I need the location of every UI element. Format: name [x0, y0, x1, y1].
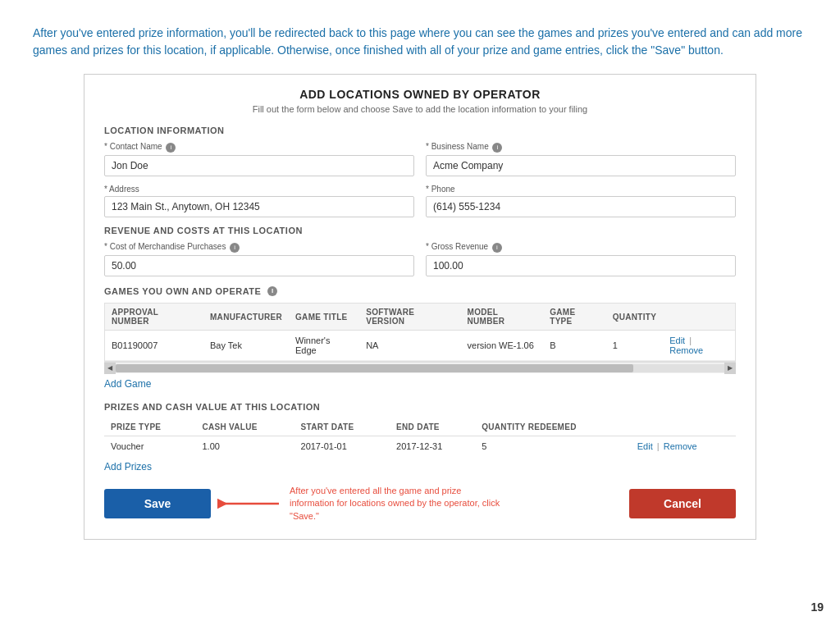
cell-model-number: version WE-1.06: [461, 331, 544, 361]
prizes-table: PRIZE TYPE CASH VALUE START DATE END DAT…: [104, 418, 736, 456]
scroll-left-arrow[interactable]: ◀: [104, 363, 116, 374]
cancel-button[interactable]: Cancel: [629, 489, 736, 518]
gross-revenue-input[interactable]: [426, 255, 736, 276]
business-name-input[interactable]: [426, 155, 736, 176]
business-name-info-icon[interactable]: i: [492, 143, 502, 153]
cell-manufacturer: Bay Tek: [203, 331, 289, 361]
cost-revenue-row: * Cost of Merchandise Purchases i * Gros…: [104, 242, 736, 276]
save-button[interactable]: Save: [104, 489, 211, 518]
col-quantity-redeemed: QUANTITY REDEEMED: [475, 418, 631, 436]
games-info-icon[interactable]: i: [267, 286, 277, 296]
col-end-date: END DATE: [390, 418, 475, 436]
col-approval-number: APPROVAL NUMBER: [105, 304, 203, 331]
col-cash-value: CASH VALUE: [196, 418, 294, 436]
address-label: * Address: [104, 185, 414, 194]
col-game-title: GAME TITLE: [289, 304, 359, 331]
cell-quantity: 1: [606, 331, 664, 361]
page-container: After you've entered prize information, …: [0, 0, 840, 630]
games-table-container: APPROVAL NUMBER MANUFACTURER GAME TITLE …: [104, 303, 736, 362]
form-title: ADD LOCATIONS OWNED BY OPERATOR: [104, 88, 736, 101]
prizes-table-header: PRIZE TYPE CASH VALUE START DATE END DAT…: [104, 418, 736, 436]
games-table: APPROVAL NUMBER MANUFACTURER GAME TITLE …: [105, 304, 735, 361]
contact-name-label: * Contact Name i: [104, 142, 414, 153]
col-actions-games: [663, 304, 735, 331]
scroll-right-arrow[interactable]: ▶: [724, 363, 736, 374]
cell-game-actions: Edit | Remove: [663, 331, 735, 361]
form-subtitle: Fill out the form below and choose Save …: [104, 104, 736, 114]
col-quantity: QUANTITY: [606, 304, 664, 331]
table-row: B01190007 Bay Tek Winner's Edge NA versi…: [105, 331, 735, 361]
cell-software-version: NA: [359, 331, 460, 361]
form-wrapper: ADD LOCATIONS OWNED BY OPERATOR Fill out…: [84, 74, 756, 540]
phone-label: * Phone: [426, 185, 736, 194]
games-table-header: APPROVAL NUMBER MANUFACTURER GAME TITLE …: [105, 304, 735, 331]
col-manufacturer: MANUFACTURER: [203, 304, 289, 331]
page-number: 19: [810, 600, 824, 614]
cell-game-title: Winner's Edge: [289, 331, 359, 361]
col-software-version: SOFTWARE VERSION: [359, 304, 460, 331]
intro-text: After you've entered prize information, …: [33, 25, 807, 59]
contact-name-group: * Contact Name i: [104, 142, 414, 176]
location-info-label: LOCATION INFORMATION: [104, 126, 736, 135]
col-prize-actions: [631, 418, 736, 436]
prizes-section: PRIZES AND CASH VALUE AT THIS LOCATION P…: [104, 402, 736, 473]
cost-label: * Cost of Merchandise Purchases i: [104, 242, 414, 253]
business-name-label: * Business Name i: [426, 142, 736, 153]
annotation-text: After you've entered all the game and pr…: [290, 485, 503, 523]
phone-input[interactable]: [426, 196, 736, 217]
cell-approval-number: B01190007: [105, 331, 203, 361]
col-model-number: MODEL NUMBER: [461, 304, 544, 331]
cell-prize-type: Voucher: [104, 436, 196, 457]
cell-cash-value: 1.00: [196, 436, 294, 457]
scroll-track[interactable]: [116, 364, 724, 372]
revenue-costs-label: REVENUE AND COSTS AT THIS LOCATION: [104, 226, 736, 235]
remove-game-link[interactable]: Remove: [669, 345, 703, 355]
horizontal-scrollbar[interactable]: ◀ ▶: [104, 362, 736, 373]
col-game-type: GAME TYPE: [543, 304, 605, 331]
scroll-thumb: [116, 364, 633, 372]
games-section-label: GAMES YOU OWN AND OPERATE i: [104, 286, 736, 296]
prizes-section-label: PRIZES AND CASH VALUE AT THIS LOCATION: [104, 402, 736, 412]
phone-group: * Phone: [426, 185, 736, 217]
cell-game-type: B: [543, 331, 605, 361]
add-prizes-link[interactable]: Add Prizes: [104, 461, 152, 472]
gross-revenue-group: * Gross Revenue i: [426, 242, 736, 276]
address-input[interactable]: [104, 196, 414, 217]
edit-game-link[interactable]: Edit: [669, 336, 685, 345]
edit-prize-link[interactable]: Edit: [637, 441, 653, 451]
col-start-date: START DATE: [294, 418, 390, 436]
contact-business-row: * Contact Name i * Business Name i: [104, 142, 736, 176]
red-arrow-icon: [217, 495, 283, 512]
separator-icon: |: [689, 336, 692, 345]
cell-end-date: 2017-12-31: [390, 436, 475, 457]
save-area: Save After you've entered all the game a…: [104, 485, 503, 523]
bottom-row: Save After you've entered all the game a…: [104, 485, 736, 523]
cell-prize-actions: Edit | Remove: [631, 436, 736, 457]
cost-info-icon[interactable]: i: [230, 243, 240, 253]
table-row: Voucher 1.00 2017-01-01 2017-12-31 5 Edi…: [104, 436, 736, 457]
address-phone-row: * Address * Phone: [104, 185, 736, 217]
business-name-group: * Business Name i: [426, 142, 736, 176]
contact-name-input[interactable]: [104, 155, 414, 176]
col-prize-type: PRIZE TYPE: [104, 418, 196, 436]
remove-prize-link[interactable]: Remove: [664, 441, 697, 451]
prize-separator-icon: |: [657, 441, 662, 451]
contact-name-info-icon[interactable]: i: [166, 143, 176, 153]
cell-start-date: 2017-01-01: [294, 436, 390, 457]
gross-revenue-label: * Gross Revenue i: [426, 242, 736, 253]
add-game-link[interactable]: Add Game: [104, 378, 151, 390]
cell-quantity-redeemed: 5: [475, 436, 631, 457]
gross-revenue-info-icon[interactable]: i: [492, 243, 502, 253]
address-group: * Address: [104, 185, 414, 217]
cost-group: * Cost of Merchandise Purchases i: [104, 242, 414, 276]
cost-input[interactable]: [104, 255, 414, 276]
